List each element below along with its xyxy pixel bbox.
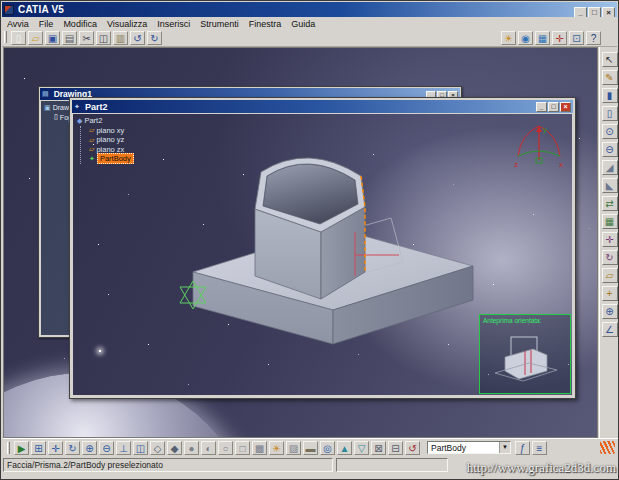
tree-item-piano-xy[interactable]: piano xy [96, 126, 124, 135]
plane-icon: ▱ [89, 136, 94, 144]
minimize-button[interactable]: _ [536, 102, 547, 112]
workspace-viewport[interactable]: ▤ Drawing1 _□× ▣Drawing1 ▯Foglio.1 ✦ Par… [3, 47, 598, 438]
swap-space-icon[interactable]: ▽ [354, 441, 369, 455]
view-toolbar: ▶⊞✛↻⊕⊖⊥◫◇◆●◐○□▩☀▨▬◎▲▽⊠⊟↺ PartBody ▼ ƒ≡ [3, 438, 618, 456]
point-icon[interactable]: + [602, 286, 618, 301]
tree-item-partbody[interactable]: PartBody [97, 153, 134, 164]
measure-icon[interactable]: ∠ [602, 322, 618, 337]
quick-view-icon[interactable]: ◇ [150, 441, 165, 455]
render-icons: ☀◉▦✛ [500, 31, 568, 45]
toolbar-handle[interactable] [7, 442, 10, 454]
pan-icon[interactable]: ✛ [48, 441, 63, 455]
new-document-icon[interactable]: ▯ [11, 31, 26, 45]
update-icon[interactable]: ↺ [405, 441, 420, 455]
chamfer-icon[interactable]: ◣ [602, 178, 618, 193]
part2-3d-viewport[interactable]: ◆Part2 ▱piano xy ▱piano yz ▱piano zx ✦Pa… [73, 114, 572, 395]
light-icon[interactable]: ☀ [501, 31, 516, 45]
shading-icon[interactable]: ● [184, 441, 199, 455]
compass-y-label: y [543, 125, 547, 134]
boolean-union-icon[interactable]: ⊕ [602, 304, 618, 319]
plane-icon[interactable]: ▱ [602, 268, 618, 283]
preview-title: Anteprima orientata: [483, 317, 570, 324]
rules-icon[interactable]: ≡ [532, 441, 547, 455]
shaft-icon[interactable]: ⊙ [602, 124, 618, 139]
sheet-icon: ▯ [54, 113, 58, 121]
fly-mode-icon[interactable]: ▶ [14, 441, 29, 455]
tree-root-part2[interactable]: Part2 [84, 116, 102, 125]
undo-icon[interactable]: ↺ [130, 31, 145, 45]
standard-group [2, 31, 10, 43]
normal-view-icon[interactable]: ⊥ [116, 441, 131, 455]
iso-view-icon[interactable]: ◆ [167, 441, 182, 455]
menu-bar: Avvia File Modifica Visualizza Inserisci… [2, 17, 617, 30]
part-document-icon: ✦ [74, 103, 80, 111]
view-icons: ▶⊞✛↻⊕⊖⊥◫◇◆●◐○□▩☀▨▬◎▲▽⊠⊟↺ [13, 441, 421, 455]
fit-all-icon[interactable]: ⊞ [31, 441, 46, 455]
hole-icon[interactable]: ⊖ [602, 142, 618, 157]
maximize-button[interactable]: □ [588, 7, 601, 18]
hidden-line-icon[interactable]: □ [235, 441, 250, 455]
lighting-icon[interactable]: ☀ [269, 441, 284, 455]
select-cursor-icon[interactable]: ↖ [602, 52, 618, 67]
full-screen-icon[interactable]: ⊠ [371, 441, 386, 455]
window-title: CATIA V5 [18, 4, 573, 15]
pad-icon[interactable]: ▮ [602, 88, 618, 103]
close-button[interactable]: × [602, 7, 615, 18]
toolbar-handle[interactable] [4, 31, 7, 43]
depth-effect-icon[interactable]: ▨ [286, 441, 301, 455]
close-button[interactable]: × [560, 102, 571, 112]
standard-toolbar: ▯▱▣▤✂◫▥↺↻ ☀◉▦✛ ⊡? [2, 30, 617, 47]
wireframe-icon[interactable]: ○ [218, 441, 233, 455]
pocket-icon[interactable]: ▯ [602, 106, 618, 121]
ground-icon[interactable]: ▬ [303, 441, 318, 455]
zoom-out-icon[interactable]: ⊖ [99, 441, 114, 455]
menu-inserisci[interactable]: Inserisci [152, 19, 195, 29]
sphere-icon[interactable]: ◉ [518, 31, 533, 45]
formula-icon[interactable]: ƒ [515, 441, 530, 455]
menu-finestra[interactable]: Finestra [244, 19, 287, 29]
save-icon[interactable]: ▣ [45, 31, 60, 45]
copy-icon[interactable]: ◫ [96, 31, 111, 45]
plane-icon: ▱ [89, 145, 94, 153]
active-body-combo[interactable]: PartBody ▼ [427, 441, 511, 454]
menu-strumenti[interactable]: Strumenti [195, 19, 244, 29]
multi-view-icon[interactable]: ◫ [133, 441, 148, 455]
rotate-view-icon[interactable]: ↻ [65, 441, 80, 455]
active-body-value: PartBody [431, 443, 466, 453]
pattern-icon[interactable]: ▦ [602, 214, 618, 229]
hide-show-icon[interactable]: ▲ [337, 441, 352, 455]
tree-item-piano-yz[interactable]: piano yz [96, 135, 124, 144]
fillet-icon[interactable]: ◢ [602, 160, 618, 175]
print-icon[interactable]: ▤ [62, 31, 77, 45]
whats-this-icon[interactable]: ? [586, 31, 601, 45]
materials-icon[interactable]: ▩ [252, 441, 267, 455]
translate-icon[interactable]: ✛ [602, 232, 618, 247]
part2-title-bar[interactable]: ✦ Part2 _□× [72, 100, 573, 113]
menu-guida[interactable]: Guida [286, 19, 320, 29]
sketcher-icon[interactable]: ✎ [602, 70, 618, 85]
chevron-down-icon[interactable]: ▼ [499, 442, 510, 453]
3d-compass[interactable]: y x z [512, 116, 566, 174]
maximize-button[interactable]: □ [548, 102, 559, 112]
menu-avvia[interactable]: Avvia [2, 19, 34, 29]
axis-icon[interactable]: ✛ [552, 31, 567, 45]
menu-modifica[interactable]: Modifica [58, 19, 102, 29]
menu-file[interactable]: File [34, 19, 59, 29]
part2-window[interactable]: ✦ Part2 _□× [69, 97, 576, 399]
rotate-icon[interactable]: ↻ [602, 250, 618, 265]
zoom-in-icon[interactable]: ⊕ [82, 441, 97, 455]
paste-icon[interactable]: ▥ [113, 31, 128, 45]
minimize-button[interactable]: _ [574, 7, 587, 18]
cut-icon[interactable]: ✂ [79, 31, 94, 45]
magnifier-icon[interactable]: ◎ [320, 441, 335, 455]
mirror-icon[interactable]: ⇄ [602, 196, 618, 211]
shading-edges-icon[interactable]: ◐ [201, 441, 216, 455]
workbench-icon[interactable]: ⊡ [569, 31, 584, 45]
menu-visualizza[interactable]: Visualizza [102, 19, 152, 29]
open-folder-icon[interactable]: ▱ [28, 31, 43, 45]
redo-icon[interactable]: ↻ [147, 31, 162, 45]
status-message: Faccia/Prisma.2/PartBody preselezionato [3, 458, 333, 472]
tree-graph-icon[interactable]: ⊟ [388, 441, 403, 455]
grid-icon[interactable]: ▦ [535, 31, 550, 45]
title-bar[interactable]: CATIA V5 _□× [2, 2, 617, 17]
